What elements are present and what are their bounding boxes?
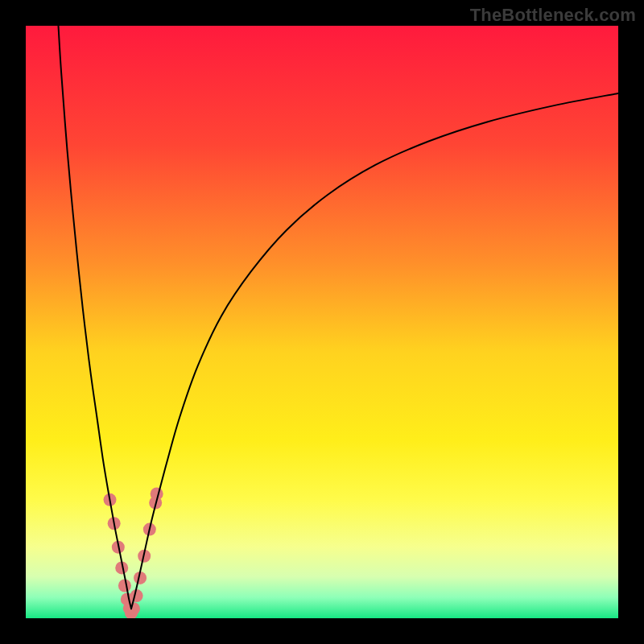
curve-left-branch [58,26,131,609]
plot-area [26,26,618,618]
chart-curves [26,26,618,618]
marker-dot [118,580,131,592]
curve-right-branch [131,93,618,609]
chart-frame: TheBottleneck.com [0,0,644,644]
marker-dot [130,589,143,602]
marker-dot [127,602,140,615]
watermark-text: TheBottleneck.com [470,5,636,26]
